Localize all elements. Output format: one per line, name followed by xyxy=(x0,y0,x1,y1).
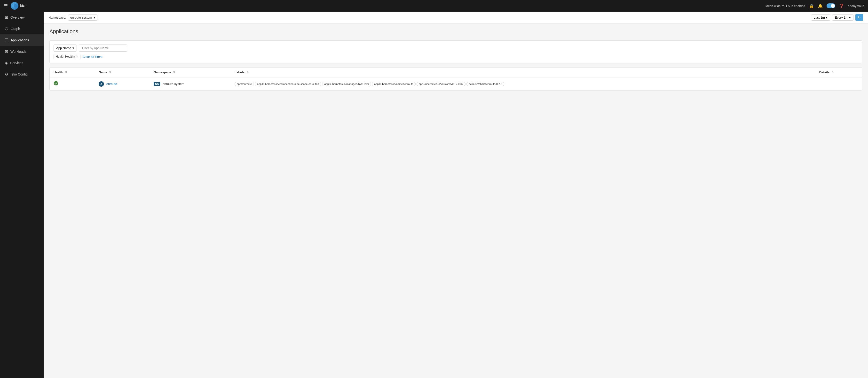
sidebar-item-graph[interactable]: ⬡ Graph xyxy=(0,23,43,34)
svg-point-1 xyxy=(13,4,17,7)
mtls-status: Mesh-wide mTLS is enabled xyxy=(766,4,805,8)
namespace-chevron: ▾ xyxy=(94,16,95,20)
ns-badge: NS xyxy=(154,82,160,86)
refresh-button[interactable]: ↻ xyxy=(856,14,863,21)
filter-type-chevron: ▾ xyxy=(72,46,74,50)
col-namespace[interactable]: Namespace ⇅ xyxy=(150,68,231,77)
sidebar-item-applications[interactable]: ☰ Applications xyxy=(0,34,43,46)
toolbar: Namespace: enroute-system ▾ Last 1m ▾ Ev… xyxy=(43,12,868,24)
applications-table: Health ⇅ Name ⇅ Namespace ⇅ Labels xyxy=(50,67,862,91)
table: Health ⇅ Name ⇅ Namespace ⇅ Labels xyxy=(50,68,862,90)
app-badge: A xyxy=(99,81,104,87)
label-chip-2: app.kubernetes.io/managed-by=Helm xyxy=(322,82,371,86)
every-time-label: Every 1m xyxy=(835,16,848,20)
last-time-dropdown[interactable]: Last 1m ▾ xyxy=(811,14,830,21)
sidebar-item-label: Overview xyxy=(10,15,25,20)
filter-type-label: App Name xyxy=(56,46,71,50)
label-chip-5: helm.sh/chart=enroute-0.7.3 xyxy=(466,82,504,86)
kiali-logo-text: kiali xyxy=(20,3,27,8)
bell-icon[interactable]: 🔔 xyxy=(818,4,823,8)
labels-sort-icon: ⇅ xyxy=(246,71,249,74)
table-row: A enroute NS enroute-system app=enroute … xyxy=(50,77,862,90)
clear-filters-link[interactable]: Clear all filters xyxy=(83,55,102,59)
page-content: Applications App Name ▾ Health Healthy ✕… xyxy=(43,24,868,95)
details-sort-icon: ⇅ xyxy=(831,71,834,74)
filter-chip-value: Healthy xyxy=(65,55,75,58)
table-body: A enroute NS enroute-system app=enroute … xyxy=(50,77,862,90)
health-ok-icon xyxy=(54,82,58,87)
theme-toggle[interactable] xyxy=(827,3,835,8)
label-chip-4: app.kubernetes.io/version=v0.12.0-b2 xyxy=(416,82,465,86)
name-cell: A enroute xyxy=(95,77,150,90)
sidebar-item-label: Workloads xyxy=(10,49,26,54)
labels-cell: app=enroute app.kubernetes.io/instance=e… xyxy=(231,77,815,90)
toolbar-right: Last 1m ▾ Every 1m ▾ ↻ xyxy=(811,14,863,21)
filter-type-select[interactable]: App Name ▾ xyxy=(54,44,77,51)
page-title: Applications xyxy=(50,28,862,35)
filter-area: App Name ▾ Health Healthy ✕ Clear all fi… xyxy=(50,40,862,63)
sidebar-item-services[interactable]: ◈ Services xyxy=(0,57,43,68)
every-time-dropdown[interactable]: Every 1m ▾ xyxy=(832,14,854,21)
sidebar-item-label: Services xyxy=(10,61,23,65)
user-name: anonymous xyxy=(848,4,864,8)
health-sort-icon: ⇅ xyxy=(65,71,67,74)
lock-icon[interactable]: 🔒 xyxy=(809,4,814,8)
filter-chip: Health Healthy ✕ xyxy=(54,54,81,59)
name-sort-icon: ⇅ xyxy=(109,71,111,74)
applications-icon: ☰ xyxy=(5,38,8,42)
namespace-cell: NS enroute-system xyxy=(150,77,231,90)
sidebar-item-overview[interactable]: ⊞ Overview xyxy=(0,12,43,23)
namespace-selector: Namespace: enroute-system ▾ xyxy=(49,14,97,21)
namespace-sort-icon: ⇅ xyxy=(173,71,175,74)
kiali-logo-icon xyxy=(11,2,19,10)
filter-input[interactable] xyxy=(79,44,127,51)
sidebar-item-istio-config[interactable]: ⚙ Istio Config xyxy=(0,68,43,80)
filter-row: App Name ▾ xyxy=(54,44,858,51)
last-time-label: Last 1m xyxy=(814,16,825,20)
topnav: ☰ kiali Mesh-wide mTLS is enabled 🔒 🔔 ❓ … xyxy=(0,0,868,12)
col-labels[interactable]: Labels ⇅ xyxy=(231,68,815,77)
health-cell xyxy=(50,77,95,90)
svg-point-2 xyxy=(54,81,58,85)
namespace-dropdown[interactable]: enroute-system ▾ xyxy=(68,14,97,21)
label-chip-0: app=enroute xyxy=(235,82,254,86)
help-icon[interactable]: ❓ xyxy=(839,4,844,8)
col-name[interactable]: Name ⇅ xyxy=(95,68,150,77)
graph-icon: ⬡ xyxy=(5,26,8,31)
label-chip-1: app.kubernetes.io/instance=enroute-scope… xyxy=(255,82,321,86)
label-chip-3: app.kubernetes.io/name=enroute xyxy=(372,82,415,86)
active-filters: Health Healthy ✕ Clear all filters xyxy=(54,54,858,59)
namespace-value: enroute-system xyxy=(70,16,92,20)
every-chevron: ▾ xyxy=(849,16,851,20)
table-header: Health ⇅ Name ⇅ Namespace ⇅ Labels xyxy=(50,68,862,77)
workloads-icon: ⊡ xyxy=(5,49,8,54)
main-content: Namespace: enroute-system ▾ Last 1m ▾ Ev… xyxy=(43,12,868,378)
last-chevron: ▾ xyxy=(826,16,828,20)
menu-icon[interactable]: ☰ xyxy=(4,3,8,8)
col-health[interactable]: Health ⇅ xyxy=(50,68,95,77)
sidebar-item-label: Applications xyxy=(11,38,29,42)
sidebar-item-label: Istio Config xyxy=(11,72,28,76)
namespace-value-cell: enroute-system xyxy=(163,82,184,86)
config-icon: ⚙ xyxy=(5,72,8,76)
kiali-logo[interactable]: kiali xyxy=(11,2,27,10)
overview-icon: ⊞ xyxy=(5,15,8,20)
namespace-label: Namespace: xyxy=(49,16,66,20)
filter-chip-close[interactable]: ✕ xyxy=(76,55,78,58)
app-link[interactable]: enroute xyxy=(106,82,117,86)
details-cell xyxy=(815,77,862,90)
toggle-knob xyxy=(831,4,835,8)
filter-chip-key: Health xyxy=(56,55,64,58)
labels-list: app=enroute app.kubernetes.io/instance=e… xyxy=(235,82,811,86)
services-icon: ◈ xyxy=(5,61,8,65)
sidebar-item-workloads[interactable]: ⊡ Workloads xyxy=(0,46,43,57)
sidebar: ⊞ Overview ⬡ Graph ☰ Applications ⊡ Work… xyxy=(0,12,43,378)
sidebar-item-label: Graph xyxy=(11,27,20,31)
col-details[interactable]: Details ⇅ xyxy=(815,68,862,77)
